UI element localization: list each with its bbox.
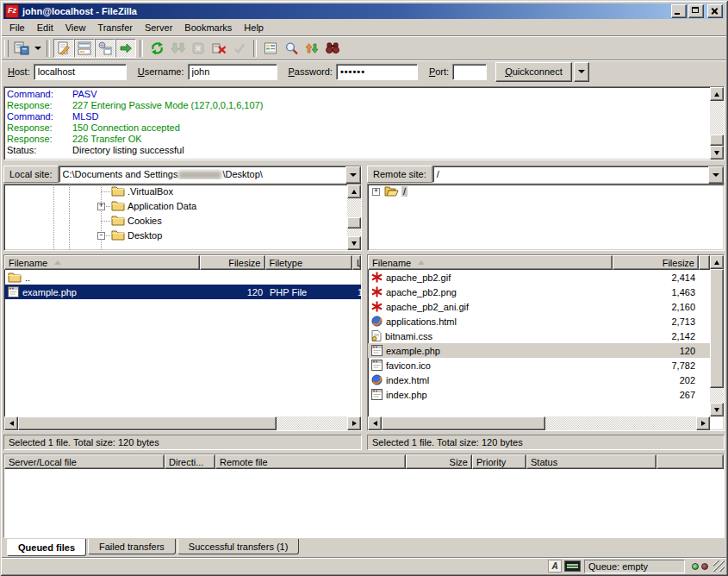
tree-item-selected[interactable]: + /	[368, 185, 724, 199]
file-row[interactable]: apache_pb2.png 1,463	[368, 285, 710, 299]
scroll-thumb[interactable]	[18, 416, 277, 430]
refresh-button[interactable]	[146, 39, 167, 58]
file-row[interactable]: index.php 267	[368, 387, 710, 402]
toggle-queue-button[interactable]	[115, 39, 136, 58]
toggle-local-tree-button[interactable]	[74, 39, 95, 58]
site-manager-button[interactable]	[11, 39, 32, 58]
scroll-left-button[interactable]	[368, 416, 382, 430]
menu-help[interactable]: Help	[238, 21, 270, 34]
scroll-right-button[interactable]	[347, 416, 361, 430]
toolbar-grip[interactable]	[4, 40, 9, 57]
scroll-thumb[interactable]	[710, 269, 724, 388]
menu-bookmarks[interactable]: Bookmarks	[178, 21, 238, 34]
icon-file-icon	[371, 360, 383, 371]
column-direction[interactable]: Directi...	[165, 454, 215, 469]
remote-list-hscrollbar[interactable]	[368, 416, 710, 430]
log-line: Command:PASV	[4, 89, 724, 100]
tree-item[interactable]: + Application Data	[4, 199, 361, 214]
local-site-combo[interactable]: C:\Documents and Settings\Desktop\	[59, 166, 362, 183]
scroll-up-button[interactable]	[347, 185, 361, 198]
scroll-thumb[interactable]	[710, 135, 724, 146]
speedlimit-icon[interactable]	[564, 560, 581, 572]
expand-icon[interactable]: +	[97, 203, 105, 210]
remote-list-vscrollbar[interactable]	[710, 255, 724, 416]
port-input[interactable]	[452, 64, 487, 80]
close-button[interactable]	[707, 4, 723, 18]
scroll-right-button[interactable]	[696, 416, 710, 430]
column-server-local-file[interactable]: Server/Local file	[4, 454, 165, 469]
file-row-selected[interactable]: example.php 120	[368, 343, 710, 358]
column-filename[interactable]: Filename	[368, 255, 613, 270]
collapse-icon[interactable]: -	[97, 232, 105, 240]
resize-grip[interactable]	[713, 560, 725, 572]
datatype-indicator-icon[interactable]: A	[548, 560, 562, 573]
scroll-left-button[interactable]	[4, 416, 18, 430]
menu-file[interactable]: File	[3, 21, 31, 34]
scroll-down-button[interactable]	[710, 403, 724, 416]
file-row[interactable]: apache_pb2.gif 2,414	[368, 270, 710, 285]
quickconnect-dropdown[interactable]	[574, 62, 589, 82]
toggle-log-button[interactable]	[53, 39, 74, 58]
file-row[interactable]: index.html 202	[368, 373, 710, 387]
local-list-hscrollbar[interactable]	[4, 416, 361, 430]
column-size[interactable]: Size	[406, 454, 472, 469]
file-row-selected[interactable]: example.php 120 PHP File 1	[4, 285, 361, 299]
local-site-dropdown[interactable]	[345, 166, 361, 184]
tree-item[interactable]: .VirtualBox	[4, 185, 361, 199]
menu-view[interactable]: View	[59, 21, 92, 34]
scroll-thumb[interactable]	[382, 416, 545, 430]
filter-button[interactable]	[260, 39, 281, 58]
compare-button[interactable]	[281, 39, 302, 58]
host-input[interactable]	[34, 64, 127, 80]
process-queue-button[interactable]	[167, 39, 188, 58]
scroll-down-button[interactable]	[710, 146, 724, 160]
column-filesize[interactable]: Filesize	[613, 255, 699, 270]
titlebar[interactable]: Fz john@localhost - FileZilla	[3, 3, 725, 19]
file-row[interactable]: apache_pb2_ani.gif 2,160	[368, 299, 710, 314]
menu-edit[interactable]: Edit	[31, 21, 59, 34]
toggle-remote-tree-button[interactable]	[95, 39, 115, 58]
window-title: john@localhost - FileZilla	[22, 6, 669, 16]
log-vscrollbar[interactable]	[710, 87, 724, 160]
menu-transfer[interactable]: Transfer	[91, 21, 139, 34]
folder-open-icon	[384, 185, 399, 198]
tab-queued-files[interactable]: Queued files	[7, 539, 86, 556]
sync-browsing-button[interactable]	[302, 39, 322, 58]
file-row[interactable]: ..	[4, 270, 361, 285]
scroll-up-button[interactable]	[710, 87, 724, 101]
username-input[interactable]	[188, 64, 277, 80]
disconnect-button[interactable]	[208, 39, 229, 58]
file-row[interactable]: bitnami.css 2,142	[368, 329, 710, 343]
column-status[interactable]: Status	[526, 454, 656, 469]
verify-button[interactable]	[229, 39, 250, 58]
password-input[interactable]	[336, 64, 418, 80]
maximize-button[interactable]	[688, 4, 704, 18]
column-lastmodified[interactable]: L	[352, 255, 361, 270]
quickconnect-button[interactable]: Quickconnect	[495, 62, 572, 82]
scroll-thumb[interactable]	[347, 217, 361, 229]
expand-icon[interactable]: +	[372, 188, 380, 196]
tab-failed-transfers[interactable]: Failed transfers	[88, 539, 176, 554]
scroll-down-button[interactable]	[347, 236, 361, 250]
file-row[interactable]: applications.html 2,713	[368, 314, 710, 329]
tree-item[interactable]: Cookies	[4, 214, 361, 229]
column-filetype[interactable]: Filetype	[265, 255, 353, 270]
menu-server[interactable]: Server	[139, 21, 178, 34]
find-files-button[interactable]	[322, 39, 343, 58]
tab-successful-transfers[interactable]: Successful transfers (1)	[177, 539, 300, 554]
site-manager-dropdown[interactable]	[32, 39, 43, 58]
cancel-operation-button[interactable]	[188, 39, 208, 58]
column-filesize[interactable]: Filesize	[200, 255, 265, 270]
file-row[interactable]: favicon.ico 7,782	[368, 358, 710, 373]
column-priority[interactable]: Priority	[472, 454, 526, 469]
scroll-up-button[interactable]	[710, 255, 724, 269]
queue-header: Server/Local file Directi... Remote file…	[4, 454, 724, 469]
column-filename[interactable]: Filename	[4, 255, 200, 270]
column-remote-file[interactable]: Remote file	[215, 454, 406, 469]
remote-site-dropdown[interactable]	[708, 166, 724, 184]
tree-item[interactable]: - Desktop	[4, 229, 361, 243]
local-tree-vscrollbar[interactable]	[347, 185, 361, 250]
minimize-button[interactable]	[671, 4, 687, 18]
remote-site-combo[interactable]: /	[432, 166, 725, 183]
arrow-down-icon	[714, 408, 719, 412]
